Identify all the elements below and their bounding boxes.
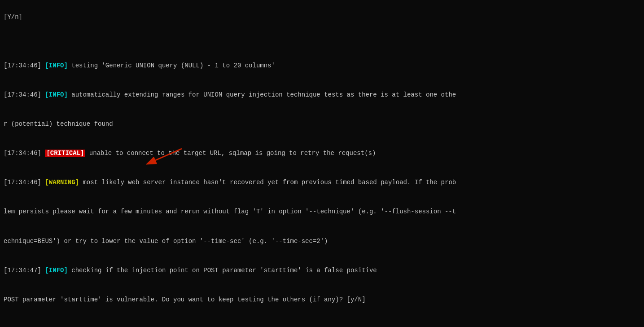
line-1: [17:34:46] [INFO] testing 'Generic UNION… — [4, 62, 275, 69]
line-4c: echnique=BEUS') or try to lower the valu… — [4, 238, 328, 245]
yn-prompt: [Y/n] — [4, 13, 22, 21]
line-6: POST parameter 'starttime' is vulnerable… — [4, 296, 366, 303]
line-4: [17:34:46] [WARNING] most likely web ser… — [4, 179, 456, 186]
line-2b: r (potential) technique found — [4, 120, 113, 128]
terminal-output: [Y/n] [17:34:46] [INFO] testing 'Generic… — [0, 0, 644, 327]
line-5: [17:34:47] [INFO] checking if the inject… — [4, 267, 377, 274]
line-4b: lem persists please wait for a few minut… — [4, 208, 456, 215]
svg-line-1 — [148, 149, 182, 164]
arrow-icon — [144, 146, 184, 167]
line-2: [17:34:46] [INFO] automatically extendin… — [4, 91, 456, 98]
line-3: [17:34:46] [CRITICAL] unable to connect … — [4, 150, 376, 157]
